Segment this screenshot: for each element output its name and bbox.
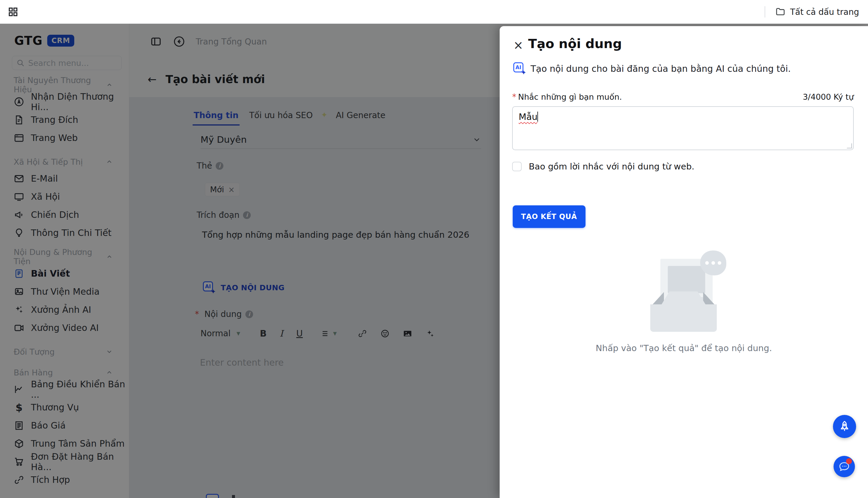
ai-badge-icon: AI ✦ xyxy=(513,62,526,75)
apps-grid-icon[interactable] xyxy=(7,5,20,18)
app-window: GTG CRM Tài Nguyên Thương Hiệu Nhận Diện… xyxy=(0,24,868,498)
required-asterisk: * xyxy=(512,92,516,102)
drawer-title: Tạo nội dung xyxy=(528,36,622,51)
browser-bookmarks-bar: Tất cả dấu trang xyxy=(0,0,868,24)
folder-icon xyxy=(775,7,786,17)
prompt-textarea[interactable]: Mẫu xyxy=(512,106,854,150)
create-content-drawer: × Tạo nội dung AI ✦ Tạo nội dung cho bài… xyxy=(500,26,868,498)
chat-support-button[interactable] xyxy=(833,456,855,477)
prompt-text: Mẫu xyxy=(519,112,537,122)
dot xyxy=(705,261,709,265)
drawer-description: Tạo nội dung cho bài đăng của bạn bằng A… xyxy=(531,64,791,74)
dot xyxy=(718,261,721,265)
empty-state-illustration xyxy=(641,250,727,333)
sparkle-icon: ✦ xyxy=(521,69,526,76)
resize-handle-icon[interactable] xyxy=(847,143,852,148)
rocket-button[interactable] xyxy=(833,415,856,438)
notification-dot xyxy=(846,458,852,464)
include-web-checkbox-row[interactable]: Bao gồm lời nhắc với nội dung từ web. xyxy=(512,161,694,172)
checkbox[interactable] xyxy=(512,162,522,171)
drawer-description-row: AI ✦ Tạo nội dung cho bài đăng của bạn b… xyxy=(513,62,791,75)
prompt-label-row: *Nhắc những gì bạn muốn. 3/4000 Ký tự xyxy=(512,92,854,102)
rocket-icon xyxy=(838,420,851,433)
prompt-label: *Nhắc những gì bạn muốn. xyxy=(512,92,622,102)
bookmarks-separator xyxy=(765,6,765,17)
text-cursor xyxy=(537,112,538,122)
generate-result-button[interactable]: TẠO KẾT QUẢ xyxy=(513,205,586,228)
all-bookmarks-button[interactable]: Tất cả dấu trang xyxy=(775,7,859,17)
prompt-label-text: Nhắc những gì bạn muốn. xyxy=(518,92,622,102)
empty-state-caption: Nhấp vào "Tạo kết quả" để tạo nội dung. xyxy=(500,343,868,353)
all-bookmarks-label: Tất cả dấu trang xyxy=(790,7,859,17)
char-counter: 3/4000 Ký tự xyxy=(803,92,854,102)
chat-bubble-graphic xyxy=(700,250,726,275)
checkbox-label: Bao gồm lời nhắc với nội dung từ web. xyxy=(529,161,694,172)
document-image-placeholder xyxy=(668,266,705,293)
close-icon[interactable]: × xyxy=(513,39,523,51)
dot xyxy=(712,261,715,265)
